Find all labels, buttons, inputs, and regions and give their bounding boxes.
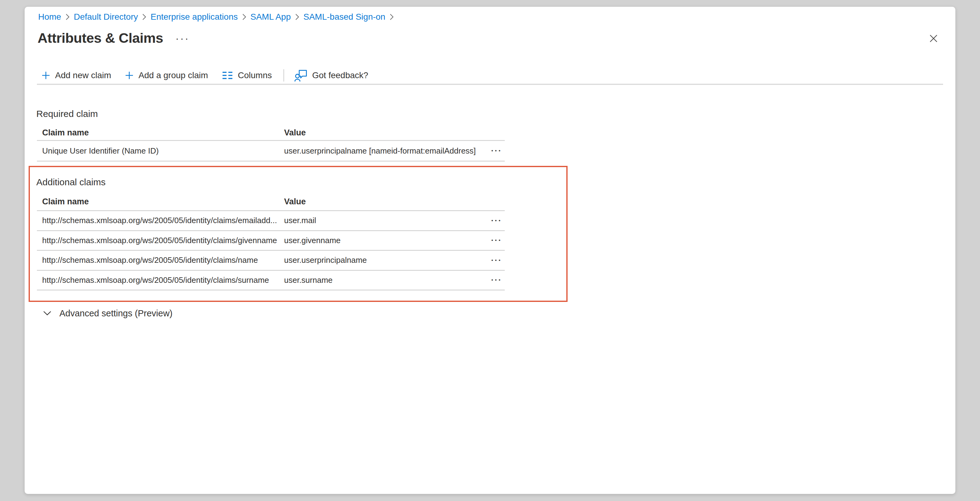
column-header-value: Value — [284, 197, 480, 207]
breadcrumb-home[interactable]: Home — [38, 13, 61, 21]
close-icon — [929, 34, 938, 43]
add-new-claim-button[interactable]: Add new claim — [41, 70, 111, 80]
required-claims-table: Claim name Value Unique User Identifier … — [37, 126, 505, 162]
advanced-settings-toggle[interactable]: Advanced settings (Preview) — [43, 307, 173, 320]
claim-value-cell: user.givenname — [284, 236, 480, 245]
row-context-menu-button[interactable]: ••• — [480, 218, 505, 224]
add-group-claim-button[interactable]: Add a group claim — [125, 70, 208, 80]
claim-name-cell: http://schemas.xmlsoap.org/ws/2005/05/id… — [37, 275, 284, 285]
toolbar-divider — [37, 84, 943, 85]
columns-icon — [222, 71, 233, 80]
attributes-claims-blade: Home Default Directory Enterprise applic… — [25, 7, 955, 494]
claim-name-cell: http://schemas.xmlsoap.org/ws/2005/05/id… — [37, 255, 284, 265]
table-row[interactable]: http://schemas.xmlsoap.org/ws/2005/05/id… — [37, 271, 505, 291]
row-context-menu-button[interactable]: ••• — [480, 148, 505, 154]
got-feedback-button[interactable]: Got feedback? — [294, 69, 368, 81]
column-header-claim-name: Claim name — [37, 128, 284, 138]
breadcrumb-default-directory[interactable]: Default Directory — [74, 13, 138, 21]
plus-icon — [41, 71, 51, 80]
table-header: Claim name Value — [37, 126, 505, 141]
got-feedback-label: Got feedback? — [312, 70, 368, 80]
table-row[interactable]: Unique User Identifier (Name ID) user.us… — [37, 141, 505, 162]
more-options-button[interactable]: ··· — [175, 32, 189, 44]
required-claim-heading: Required claim — [36, 108, 98, 120]
table-row[interactable]: http://schemas.xmlsoap.org/ws/2005/05/id… — [37, 251, 505, 271]
table-row[interactable]: http://schemas.xmlsoap.org/ws/2005/05/id… — [37, 231, 505, 251]
breadcrumb: Home Default Directory Enterprise applic… — [38, 13, 398, 21]
claim-name-cell: http://schemas.xmlsoap.org/ws/2005/05/id… — [37, 216, 284, 225]
chevron-right-icon — [65, 14, 70, 20]
additional-claims-table: Claim name Value http://schemas.xmlsoap.… — [37, 193, 505, 291]
claim-value-cell: user.mail — [284, 216, 480, 225]
close-button[interactable] — [926, 32, 940, 46]
page-title: Attributes & Claims — [38, 30, 163, 47]
chevron-right-icon — [390, 14, 394, 20]
claim-value-cell: user.userprincipalname [nameid-format:em… — [284, 146, 480, 156]
claim-name-cell: http://schemas.xmlsoap.org/ws/2005/05/id… — [37, 236, 284, 245]
command-bar: Add new claim Add a group claim Columns — [41, 68, 382, 82]
chevron-down-icon — [43, 311, 51, 316]
columns-button[interactable]: Columns — [222, 70, 272, 80]
table-header: Claim name Value — [37, 193, 505, 211]
column-header-claim-name: Claim name — [37, 197, 284, 207]
add-group-claim-label: Add a group claim — [138, 70, 208, 80]
claim-name-cell: Unique User Identifier (Name ID) — [37, 146, 284, 156]
chevron-right-icon — [295, 14, 299, 20]
row-context-menu-button[interactable]: ••• — [480, 277, 505, 283]
title-row: Attributes & Claims ··· — [38, 30, 189, 47]
feedback-icon — [294, 69, 307, 81]
chevron-right-icon — [242, 14, 246, 20]
claim-value-cell: user.userprincipalname — [284, 255, 480, 265]
additional-claims-heading: Additional claims — [36, 177, 106, 188]
row-context-menu-button[interactable]: ••• — [480, 237, 505, 243]
breadcrumb-saml-app[interactable]: SAML App — [251, 13, 291, 21]
breadcrumb-enterprise-applications[interactable]: Enterprise applications — [151, 13, 238, 21]
row-context-menu-button[interactable]: ••• — [480, 257, 505, 263]
claim-value-cell: user.surname — [284, 275, 480, 285]
toolbar-separator — [283, 69, 284, 81]
add-new-claim-label: Add new claim — [55, 70, 111, 80]
chevron-right-icon — [142, 14, 146, 20]
columns-label: Columns — [238, 70, 272, 80]
plus-icon — [125, 71, 134, 80]
advanced-settings-label: Advanced settings (Preview) — [59, 309, 173, 318]
table-row[interactable]: http://schemas.xmlsoap.org/ws/2005/05/id… — [37, 211, 505, 231]
breadcrumb-saml-based-sign-on[interactable]: SAML-based Sign-on — [304, 13, 385, 21]
column-header-value: Value — [284, 128, 480, 138]
